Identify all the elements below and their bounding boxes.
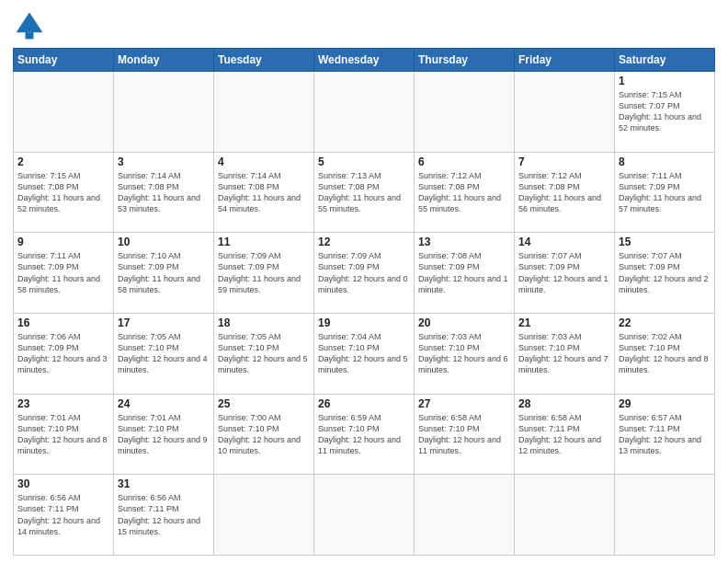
day-number: 24 [118,397,210,410]
calendar-cell [415,72,515,153]
calendar-cell: 9Sunrise: 7:11 AM Sunset: 7:09 PM Daylig… [14,233,114,314]
day-info: Sunrise: 7:05 AM Sunset: 7:10 PM Dayligh… [218,331,310,376]
weekday-header-sunday: Sunday [14,49,114,72]
day-info: Sunrise: 6:56 AM Sunset: 7:11 PM Dayligh… [118,492,210,537]
week-row-4: 23Sunrise: 7:01 AM Sunset: 7:10 PM Dayli… [14,394,715,475]
day-number: 11 [218,236,310,248]
calendar-cell: 27Sunrise: 6:58 AM Sunset: 7:10 PM Dayli… [415,394,515,475]
logo-icon [13,9,46,42]
day-info: Sunrise: 7:09 AM Sunset: 7:09 PM Dayligh… [318,250,410,295]
day-number: 26 [318,397,410,410]
day-number: 28 [518,397,610,410]
day-number: 27 [418,397,510,410]
day-info: Sunrise: 7:04 AM Sunset: 7:10 PM Dayligh… [318,331,410,376]
calendar-cell [14,72,114,153]
calendar-cell: 28Sunrise: 6:58 AM Sunset: 7:11 PM Dayli… [515,394,615,475]
day-info: Sunrise: 7:13 AM Sunset: 7:08 PM Dayligh… [318,170,410,215]
day-number: 12 [318,236,410,248]
calendar-cell: 1Sunrise: 7:15 AM Sunset: 7:07 PM Daylig… [615,72,715,153]
calendar-cell: 8Sunrise: 7:11 AM Sunset: 7:09 PM Daylig… [615,152,715,233]
day-info: Sunrise: 7:03 AM Sunset: 7:10 PM Dayligh… [418,331,510,376]
day-number: 18 [218,316,310,329]
day-info: Sunrise: 7:11 AM Sunset: 7:09 PM Dayligh… [619,170,711,215]
week-row-1: 2Sunrise: 7:15 AM Sunset: 7:08 PM Daylig… [14,152,715,233]
day-info: Sunrise: 6:58 AM Sunset: 7:10 PM Dayligh… [418,412,510,457]
header [13,9,715,42]
calendar-cell: 13Sunrise: 7:08 AM Sunset: 7:09 PM Dayli… [415,233,515,314]
calendar-cell [515,72,615,153]
day-number: 30 [17,477,109,490]
day-number: 4 [218,155,310,168]
calendar-cell: 25Sunrise: 7:00 AM Sunset: 7:10 PM Dayli… [214,394,314,475]
calendar-cell: 24Sunrise: 7:01 AM Sunset: 7:10 PM Dayli… [114,394,214,475]
day-info: Sunrise: 7:05 AM Sunset: 7:10 PM Dayligh… [118,331,210,376]
calendar-cell: 29Sunrise: 6:57 AM Sunset: 7:11 PM Dayli… [615,394,715,475]
calendar-cell: 17Sunrise: 7:05 AM Sunset: 7:10 PM Dayli… [114,313,214,394]
weekday-header-monday: Monday [114,49,214,72]
day-info: Sunrise: 7:15 AM Sunset: 7:07 PM Dayligh… [619,89,711,134]
day-info: Sunrise: 7:10 AM Sunset: 7:09 PM Dayligh… [118,250,210,295]
day-info: Sunrise: 7:02 AM Sunset: 7:10 PM Dayligh… [619,331,711,376]
day-number: 23 [17,397,109,410]
calendar-cell: 16Sunrise: 7:06 AM Sunset: 7:09 PM Dayli… [14,313,114,394]
day-info: Sunrise: 7:15 AM Sunset: 7:08 PM Dayligh… [17,170,109,215]
week-row-0: 1Sunrise: 7:15 AM Sunset: 7:07 PM Daylig… [14,72,715,153]
day-info: Sunrise: 7:07 AM Sunset: 7:09 PM Dayligh… [619,250,711,295]
calendar-cell: 11Sunrise: 7:09 AM Sunset: 7:09 PM Dayli… [214,233,314,314]
day-number: 14 [518,236,610,248]
svg-rect-1 [26,32,34,39]
calendar-cell [314,475,415,556]
day-number: 19 [318,316,410,329]
day-number: 25 [218,397,310,410]
day-info: Sunrise: 6:57 AM Sunset: 7:11 PM Dayligh… [619,412,711,457]
calendar-cell: 10Sunrise: 7:10 AM Sunset: 7:09 PM Dayli… [114,233,214,314]
day-number: 3 [118,155,210,168]
weekday-header-tuesday: Tuesday [214,49,314,72]
calendar-cell [615,475,715,556]
day-info: Sunrise: 7:07 AM Sunset: 7:09 PM Dayligh… [518,250,610,295]
calendar-cell: 2Sunrise: 7:15 AM Sunset: 7:08 PM Daylig… [14,152,114,233]
day-number: 16 [17,316,109,329]
calendar-cell: 21Sunrise: 7:03 AM Sunset: 7:10 PM Dayli… [515,313,615,394]
day-info: Sunrise: 6:58 AM Sunset: 7:11 PM Dayligh… [518,412,610,457]
day-number: 13 [418,236,510,248]
day-number: 21 [518,316,610,329]
calendar-cell: 18Sunrise: 7:05 AM Sunset: 7:10 PM Dayli… [214,313,314,394]
calendar-cell [214,72,314,153]
day-info: Sunrise: 7:12 AM Sunset: 7:08 PM Dayligh… [418,170,510,215]
day-number: 5 [318,155,410,168]
calendar-cell [515,475,615,556]
calendar-cell: 20Sunrise: 7:03 AM Sunset: 7:10 PM Dayli… [415,313,515,394]
day-number: 22 [619,316,711,329]
day-info: Sunrise: 7:14 AM Sunset: 7:08 PM Dayligh… [218,170,310,215]
calendar-cell: 19Sunrise: 7:04 AM Sunset: 7:10 PM Dayli… [314,313,415,394]
day-info: Sunrise: 6:56 AM Sunset: 7:11 PM Dayligh… [17,492,109,537]
day-info: Sunrise: 7:08 AM Sunset: 7:09 PM Dayligh… [418,250,510,295]
calendar-cell: 3Sunrise: 7:14 AM Sunset: 7:08 PM Daylig… [114,152,214,233]
day-number: 10 [118,236,210,248]
calendar-cell [415,475,515,556]
svg-marker-0 [17,13,43,33]
day-info: Sunrise: 7:09 AM Sunset: 7:09 PM Dayligh… [218,250,310,295]
day-info: Sunrise: 7:06 AM Sunset: 7:09 PM Dayligh… [17,331,109,376]
calendar-cell: 15Sunrise: 7:07 AM Sunset: 7:09 PM Dayli… [615,233,715,314]
calendar-cell: 22Sunrise: 7:02 AM Sunset: 7:10 PM Dayli… [615,313,715,394]
calendar: SundayMondayTuesdayWednesdayThursdayFrid… [13,48,715,556]
calendar-cell: 31Sunrise: 6:56 AM Sunset: 7:11 PM Dayli… [114,475,214,556]
day-info: Sunrise: 7:00 AM Sunset: 7:10 PM Dayligh… [218,412,310,457]
calendar-cell: 14Sunrise: 7:07 AM Sunset: 7:09 PM Dayli… [515,233,615,314]
day-number: 8 [619,155,711,168]
weekday-header-thursday: Thursday [415,49,515,72]
day-number: 7 [518,155,610,168]
calendar-cell: 23Sunrise: 7:01 AM Sunset: 7:10 PM Dayli… [14,394,114,475]
calendar-cell: 30Sunrise: 6:56 AM Sunset: 7:11 PM Dayli… [14,475,114,556]
page: SundayMondayTuesdayWednesdayThursdayFrid… [0,0,728,563]
calendar-cell: 5Sunrise: 7:13 AM Sunset: 7:08 PM Daylig… [314,152,415,233]
day-info: Sunrise: 7:14 AM Sunset: 7:08 PM Dayligh… [118,170,210,215]
day-number: 9 [17,236,109,248]
weekday-header-wednesday: Wednesday [314,49,415,72]
day-number: 6 [418,155,510,168]
week-row-2: 9Sunrise: 7:11 AM Sunset: 7:09 PM Daylig… [14,233,715,314]
day-number: 1 [619,75,711,87]
day-info: Sunrise: 6:59 AM Sunset: 7:10 PM Dayligh… [318,412,410,457]
